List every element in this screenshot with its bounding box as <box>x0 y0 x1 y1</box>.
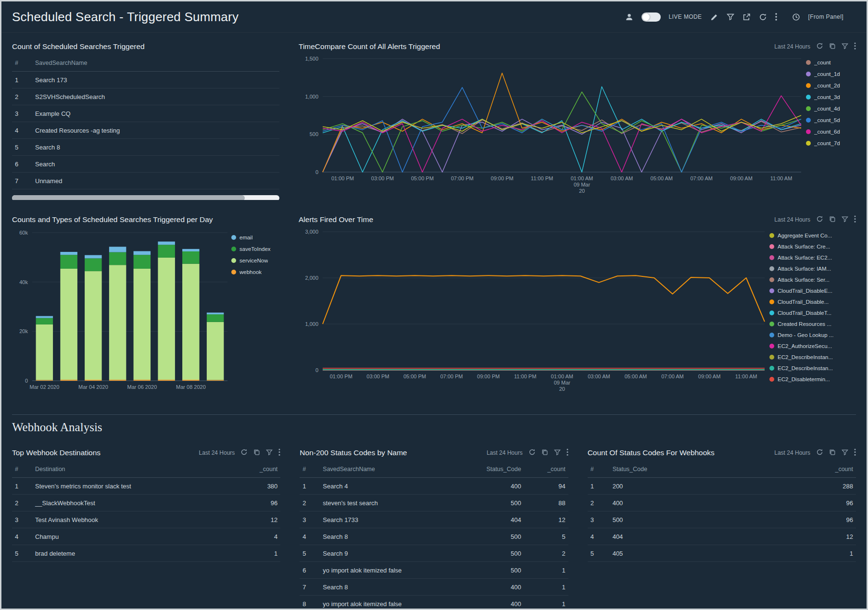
kebab-menu-icon[interactable] <box>854 448 856 456</box>
legend-label: Demo - Geo Lookup ... <box>778 332 833 338</box>
copy-icon[interactable] <box>253 449 260 456</box>
kebab-menu-icon[interactable] <box>854 42 856 50</box>
table-row[interactable]: 1Search 440094 <box>300 478 568 495</box>
per-day-bar-chart[interactable]: 020k40k60kMar 02 2020Mar 04 2020Mar 06 2… <box>12 228 231 394</box>
table-row[interactable]: 6Search <box>12 156 279 173</box>
legend-item[interactable]: EC2_AuthorizeSecu... <box>769 340 856 351</box>
legend-item[interactable]: _count_5d <box>806 114 856 126</box>
timecompare-chart[interactable]: 05001,0001,50001:00 PM03:00 PM05:00 PM07… <box>299 55 806 196</box>
filter-icon[interactable] <box>727 13 734 21</box>
table-cell: 404 <box>446 516 524 523</box>
time-range-label[interactable]: Last 24 Hours <box>774 43 810 50</box>
legend-label: Aggregate Event Co... <box>778 233 832 238</box>
edit-pencil-icon[interactable] <box>710 13 718 21</box>
legend-item[interactable]: EC2_DescribeInstan... <box>769 351 856 362</box>
table-row[interactable]: 1Steven's metrics monitor slack test380 <box>12 478 280 495</box>
table-row[interactable]: 440412 <box>588 528 856 545</box>
legend-item[interactable]: EC2_DescribeInstan... <box>769 362 856 373</box>
table-row[interactable]: 3Test Avinash Webhook12 <box>12 511 280 528</box>
table-row[interactable]: 240096 <box>588 495 856 511</box>
legend-swatch-icon <box>806 118 811 123</box>
time-range-label[interactable]: Last 24 Hours <box>774 449 810 456</box>
table-cell: 1 <box>588 483 610 490</box>
refresh-icon[interactable] <box>759 13 767 21</box>
legend-item[interactable]: Aggregate Event Co... <box>769 230 856 241</box>
table-row[interactable]: 4Search 85005 <box>300 528 568 545</box>
filter-icon[interactable] <box>554 449 561 456</box>
table-row[interactable]: 1200288 <box>588 478 856 495</box>
table-row[interactable]: 5Search 95002 <box>300 545 568 562</box>
legend-item[interactable]: Attack Surface: EC2... <box>769 252 856 263</box>
table-row[interactable]: 4Created Resources -ag testing <box>12 122 279 139</box>
horizontal-scrollbar[interactable] <box>12 195 279 200</box>
refresh-icon[interactable] <box>240 448 248 456</box>
scrollbar-thumb[interactable] <box>12 195 245 200</box>
filter-icon[interactable] <box>842 216 848 223</box>
history-clock-icon[interactable] <box>792 13 800 21</box>
table-row[interactable]: 6yo import alok itemized false5001 <box>300 562 568 579</box>
table-row[interactable]: 8yo import alok itemized false4001 <box>300 596 568 610</box>
legend-item[interactable]: webhook <box>231 266 279 278</box>
refresh-icon[interactable] <box>528 448 536 456</box>
table-row[interactable]: 2S2SVHScheduledSearch <box>12 88 279 105</box>
table-row[interactable]: 54051 <box>588 545 856 562</box>
table-row[interactable]: 1Search 173 <box>12 72 279 88</box>
kebab-menu-icon[interactable] <box>854 215 856 223</box>
svg-text:60k: 60k <box>19 230 28 236</box>
table-row[interactable]: 350096 <box>588 511 856 528</box>
table-row[interactable]: 5Search 8 <box>12 139 279 156</box>
table-row[interactable]: 7Unnamed <box>12 173 279 189</box>
legend-item[interactable]: Created Resources ... <box>769 318 856 329</box>
legend-item[interactable]: _count <box>806 57 856 68</box>
time-range-label[interactable]: Last 24 Hours <box>199 449 235 456</box>
refresh-icon[interactable] <box>816 42 823 50</box>
time-range-label[interactable]: Last 24 Hours <box>487 449 523 456</box>
refresh-icon[interactable] <box>816 448 823 456</box>
copy-icon[interactable] <box>541 449 548 456</box>
live-mode-toggle[interactable] <box>642 12 661 22</box>
table-cell: Steven's metrics monitor slack test <box>32 483 236 490</box>
legend-item[interactable]: _count_7d <box>806 137 856 149</box>
legend-item[interactable]: serviceNow <box>231 255 279 266</box>
legend-item[interactable]: Attack Surface: IAM... <box>769 263 856 274</box>
table-cell: 4 <box>12 127 32 134</box>
table-row[interactable]: 4Champu4 <box>12 528 280 545</box>
alerts-chart[interactable]: 01,0002,0003,00001:00 PM03:00 PM05:00 PM… <box>299 228 769 394</box>
legend-item[interactable]: _count_6d <box>806 126 856 137</box>
filter-icon[interactable] <box>266 449 273 456</box>
kebab-menu-icon[interactable] <box>775 13 777 21</box>
time-range-label[interactable]: Last 24 Hours <box>774 216 810 223</box>
share-icon[interactable] <box>742 13 751 21</box>
user-icon[interactable] <box>625 13 633 21</box>
legend-item[interactable]: _count_4d <box>806 103 856 114</box>
copy-icon[interactable] <box>829 43 836 50</box>
legend-item[interactable]: EC2_Disabletermin... <box>769 373 856 385</box>
legend-item[interactable]: Attack Surface: Ser... <box>769 274 856 285</box>
legend-item[interactable]: _count_3d <box>806 91 856 103</box>
legend-swatch-icon <box>769 266 774 271</box>
copy-icon[interactable] <box>829 216 836 223</box>
table-row[interactable]: 5brad deleteme1 <box>12 545 280 562</box>
legend-item[interactable]: saveToIndex <box>231 243 279 255</box>
kebab-menu-icon[interactable] <box>566 448 568 456</box>
legend-item[interactable]: _count_2d <box>806 80 856 91</box>
legend-item[interactable]: CloudTrail_DisableT... <box>769 307 856 318</box>
refresh-icon[interactable] <box>816 215 823 223</box>
table-row[interactable]: 3Search 173340412 <box>300 511 568 528</box>
filter-icon[interactable] <box>842 449 848 456</box>
legend-item[interactable]: _count_1d <box>806 68 856 80</box>
legend-item[interactable]: CloudTrail_Disable... <box>769 296 856 307</box>
legend-swatch-icon <box>806 106 811 111</box>
legend-item[interactable]: email <box>231 232 279 243</box>
legend-swatch-icon <box>769 277 774 282</box>
table-row[interactable]: 2__SlackWebhookTest96 <box>12 495 280 511</box>
table-row[interactable]: 3Example CQ <box>12 105 279 122</box>
kebab-menu-icon[interactable] <box>278 448 280 456</box>
legend-item[interactable]: Demo - Geo Lookup ... <box>769 329 856 340</box>
filter-icon[interactable] <box>842 43 848 50</box>
table-row[interactable]: 7Search 84001 <box>300 579 568 596</box>
legend-item[interactable]: Attack Surface: Cre... <box>769 241 856 252</box>
copy-icon[interactable] <box>829 449 836 456</box>
legend-item[interactable]: CloudTrail_DisableE... <box>769 285 856 296</box>
table-row[interactable]: 2steven's test search50088 <box>300 495 568 511</box>
